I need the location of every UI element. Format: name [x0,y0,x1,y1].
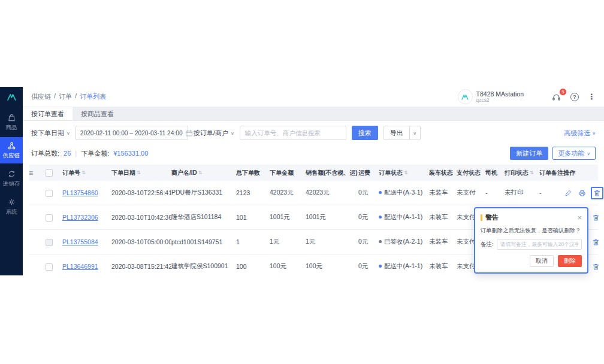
breadcrumb-separator: / [54,92,56,101]
col-status[interactable]: 订单状态⇅ [379,169,429,177]
sidebar-item-supply-chain[interactable]: 供应链 [0,137,23,163]
date-range-input[interactable]: 2020-02-11 00:00 – 2020-03-11 24:00 [76,126,188,140]
warning-icon [481,214,482,221]
dialog-message: 订单删除之后无法恢复，是否确认删除？ [481,227,582,235]
order-number-link[interactable]: PL13732306 [62,214,98,221]
row-checkbox[interactable] [46,239,53,246]
confirm-delete-button[interactable]: 删除 [558,255,582,267]
sidebar-item-goods[interactable]: 商品 [0,109,23,135]
status-text: 配送中(A-1-1) [384,213,422,220]
order-number-link[interactable]: PL13754860 [62,189,98,196]
sort-icon[interactable]: ⇅ [530,170,534,175]
sidebar-item-label: 供应链 [3,152,20,160]
search-input[interactable] [240,126,346,140]
order-number-link[interactable]: PL13755084 [62,238,98,245]
status-text: 配送中(A-3-1) [384,189,422,196]
merchant-name: 建筑学院侯S100901 [171,262,236,271]
new-order-button[interactable]: 新建订单 [510,147,548,160]
sidebar-item-label: 商品 [6,124,17,132]
topbar: 供应链 / 订单 / 订单列表 T8428 MAstation qzcs2 5 [23,87,604,107]
goods-bag-icon [7,113,16,122]
select-all-checkbox[interactable] [46,169,53,177]
col-date[interactable]: 下单日期⇅ [111,169,171,177]
col-freight: 运费 [358,169,379,177]
avatar[interactable] [458,89,473,104]
sort-icon[interactable]: ⇅ [137,170,141,175]
order-status: 配送中(A-1-1) [379,262,429,271]
filter-row: 按下单日期 ∨ 2020-02-11 00:00 – 2020-03-11 24… [23,121,604,144]
dialog-title: 警告 [485,213,499,222]
col-qty: 总下单数 [236,169,270,177]
status-dot-icon [379,240,382,243]
order-amount: 100元 [270,262,306,271]
col-load-status: 装车状态 [429,169,457,177]
date-type-select[interactable]: 按下单日期 ∨ [31,129,70,138]
help-icon[interactable]: ? [570,93,579,101]
col-pay-status: 支付状态 [457,169,485,177]
sidebar-item-system[interactable]: 系统 [0,193,23,220]
search-type-select[interactable]: 按订单/商户 ∨ [194,129,234,138]
order-date: 2020-03-08T15:21:42 [111,263,171,270]
more-menu-icon[interactable]: ⋮ [588,92,596,101]
customer-service-icon[interactable]: 5 [551,92,561,102]
note-label: 备注: [481,241,494,248]
notification-badge: 5 [559,88,567,96]
order-note: - [539,189,563,196]
user-name: T8428 MAstation [476,90,524,98]
sales-amount: 42023元 [306,189,358,197]
load-status: 未装车 [429,262,457,271]
chevron-down-icon: ∨ [67,131,70,135]
order-qty: 2123 [236,189,270,196]
pay-status: 未支付 [457,189,485,197]
freight: 0元 [358,238,379,246]
breadcrumb-separator: / [75,92,77,101]
breadcrumb-orders[interactable]: 订单 [59,92,72,101]
cancel-button[interactable]: 取消 [530,255,554,267]
advanced-filter-link[interactable]: 高级筛选 ∨ [564,129,596,138]
edit-icon[interactable] [563,188,573,198]
delete-icon[interactable] [591,213,601,223]
row-checkbox[interactable] [46,190,53,197]
user-info[interactable]: T8428 MAstation qzcs2 [476,90,524,104]
sales-amount: 1元 [306,238,358,246]
col-merchant[interactable]: 商户名/ID⇅ [171,169,236,177]
sort-icon[interactable]: ⇅ [81,170,86,175]
breadcrumb-order-list: 订单列表 [80,92,106,101]
tab-by-order[interactable]: 按订单查看 [23,107,73,120]
status-text: 配送中(A-1-1) [384,262,422,269]
delete-icon[interactable] [591,262,601,272]
status-dot-icon [379,191,382,194]
inventory-cycle-icon [7,169,16,178]
app-logo-icon[interactable] [6,92,17,102]
order-number-link[interactable]: PL13646991 [62,263,98,270]
col-driver: 司机 [485,169,505,177]
note-input[interactable] [497,239,582,250]
search-button[interactable]: 搜索 [352,126,378,140]
merchant-name: PDU餐厅S136331 [171,189,236,197]
tab-by-product[interactable]: 按商品查看 [73,107,122,120]
row-checkbox[interactable] [46,214,53,222]
row-checkbox[interactable] [46,263,53,271]
column-settings-icon[interactable]: ≡ [29,169,33,177]
driver: - [485,189,505,196]
status-dot-icon [379,216,382,219]
more-functions-button[interactable]: 更多功能 ∨ [552,147,596,160]
sort-icon[interactable]: ⇅ [198,170,203,175]
freight: 0元 [358,189,379,197]
order-amount: 1001元 [270,213,306,222]
close-icon[interactable]: × [577,214,582,222]
delete-icon[interactable] [591,237,601,247]
col-print-status[interactable]: 打印状态⇅ [505,169,539,177]
sort-icon[interactable]: ⇅ [404,170,408,175]
supply-chain-icon [7,141,16,150]
order-qty: 101 [236,214,270,221]
sidebar-item-inventory[interactable]: 进销存 [0,165,23,192]
status-dot-icon [379,265,382,268]
export-button[interactable]: 导出 [384,126,409,139]
col-order-no[interactable]: 订单号⇅ [62,169,111,177]
delete-icon[interactable] [591,187,603,199]
breadcrumb-supply-chain[interactable]: 供应链 [31,92,51,101]
print-icon[interactable] [577,188,587,198]
summary-divider: | [75,150,77,157]
export-dropdown-caret[interactable]: ∨ [409,126,420,139]
